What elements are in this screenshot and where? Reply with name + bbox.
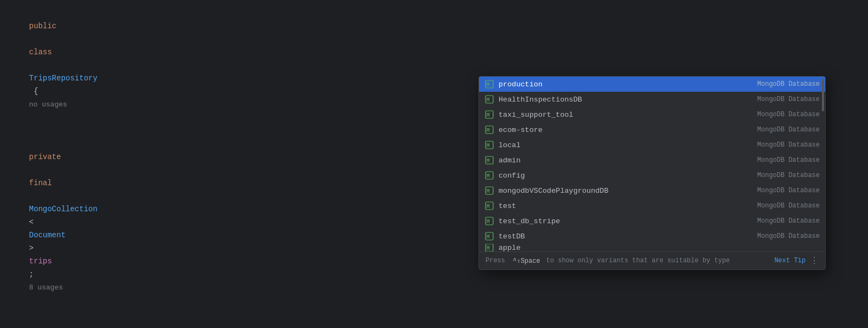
mongo-db-icon-2: M — [484, 110, 494, 119]
svg-text:M: M — [487, 128, 490, 133]
svg-text:M: M — [487, 97, 490, 103]
autocomplete-item-local[interactable]: M local MongoDB Database — [479, 137, 825, 153]
svg-text:M: M — [487, 173, 490, 179]
mongo-db-icon-10: M — [484, 231, 494, 241]
mongo-db-icon-0: M — [484, 79, 494, 89]
autocomplete-item-name-10: testDB — [499, 232, 749, 241]
autocomplete-scrollbar[interactable] — [822, 79, 824, 274]
autocomplete-item-type-7: MongoDB Database — [757, 187, 820, 194]
autocomplete-item-testdb[interactable]: M testDB MongoDB Database — [479, 229, 825, 244]
autocomplete-item-name-0: production — [499, 80, 749, 89]
token-usages-1: no usages — [29, 100, 67, 109]
autocomplete-item-type-4: MongoDB Database — [757, 141, 820, 149]
autocomplete-item-name-7: mongodbVSCodePlaygroundDB — [499, 187, 749, 195]
autocomplete-item-mongodbvscodeplaygrounddb[interactable]: M mongodbVSCodePlaygroundDB MongoDB Data… — [479, 183, 825, 198]
autocomplete-item-name-4: local — [499, 141, 749, 149]
mongo-db-icon-8: M — [484, 201, 494, 211]
mongo-db-icon-5: M — [484, 155, 494, 165]
autocomplete-item-healthinspectionsdb[interactable]: M HealthInspectionsDB MongoDB Database — [479, 92, 825, 107]
autocomplete-item-test[interactable]: M test MongoDB Database — [479, 198, 825, 213]
autocomplete-item-name-2: taxi_support_tool — [499, 111, 749, 119]
autocomplete-item-name-3: ecom-store — [499, 126, 749, 134]
mongo-db-icon-6: M — [484, 171, 494, 180]
autocomplete-item-type-3: MongoDB Database — [757, 126, 820, 134]
svg-text:M: M — [487, 234, 490, 239]
autocomplete-item-admin[interactable]: M admin MongoDB Database — [479, 153, 825, 168]
svg-text:M: M — [487, 219, 490, 224]
svg-text:M: M — [487, 82, 490, 87]
svg-text:M: M — [487, 188, 490, 194]
scrollbar-thumb[interactable] — [822, 79, 824, 111]
svg-text:M: M — [487, 245, 490, 251]
autocomplete-item-name-6: config — [499, 172, 749, 180]
mongo-db-icon-4: M — [484, 140, 494, 150]
token-class: class — [29, 48, 52, 56]
mongo-db-icon-9: M — [484, 216, 494, 226]
autocomplete-item-type-5: MongoDB Database — [757, 156, 820, 164]
autocomplete-item-type-2: MongoDB Database — [757, 111, 820, 118]
autocomplete-item-config[interactable]: M config MongoDB Database — [479, 168, 825, 183]
autocomplete-item-name-1: HealthInspectionsDB — [499, 96, 749, 104]
autocomplete-item-ecomstore[interactable]: M ecom-store MongoDB Database — [479, 122, 825, 137]
code-line-3 — [0, 307, 868, 320]
mongo-db-icon-1: M — [484, 94, 494, 104]
autocomplete-item-testdbstripe[interactable]: M test_db_stripe MongoDB Database — [479, 213, 825, 229]
mongo-db-icon-7: M — [484, 186, 494, 195]
svg-text:M: M — [487, 204, 490, 209]
more-options-icon[interactable]: ⋮ — [810, 255, 819, 266]
press-text: Press — [486, 257, 505, 264]
autocomplete-item-name-11: apple — [499, 244, 820, 251]
autocomplete-dropdown[interactable]: M production MongoDB Database M HealthIn… — [478, 76, 826, 270]
autocomplete-item-type-8: MongoDB Database — [757, 202, 820, 210]
footer-hint-text: Press ^⇧Space to show only variants that… — [486, 257, 730, 265]
autocomplete-item-apple[interactable]: M apple — [479, 244, 825, 251]
autocomplete-item-type-9: MongoDB Database — [757, 217, 820, 225]
autocomplete-item-type-1: MongoDB Database — [757, 96, 820, 103]
autocomplete-item-type-0: MongoDB Database — [757, 80, 820, 88]
next-tip-link[interactable]: Next Tip — [774, 257, 806, 264]
mongo-db-icon-3: M — [484, 125, 494, 135]
autocomplete-item-name-9: test_db_stripe — [499, 217, 749, 225]
autocomplete-item-type-10: MongoDB Database — [757, 232, 820, 240]
svg-text:M: M — [487, 112, 490, 118]
token-public: public — [29, 22, 56, 30]
autocomplete-list: M production MongoDB Database M HealthIn… — [479, 77, 825, 251]
autocomplete-item-taxisupporttool[interactable]: M taxi_support_tool MongoDB Database — [479, 107, 825, 122]
code-line-4: public TripsRepository ( MongoClient cli… — [0, 320, 868, 328]
suffix-text: to show only variants that are suitable … — [546, 257, 730, 264]
svg-text:M: M — [487, 143, 490, 148]
shortcut-text: ^⇧Space — [509, 257, 544, 265]
autocomplete-footer: Press ^⇧Space to show only variants that… — [479, 251, 825, 269]
autocomplete-item-production[interactable]: M production MongoDB Database — [479, 77, 825, 92]
token-classname: TripsRepository — [29, 74, 98, 83]
autocomplete-item-type-6: MongoDB Database — [757, 172, 820, 179]
svg-text:M: M — [487, 158, 490, 163]
mongo-db-icon-11: M — [484, 244, 494, 251]
autocomplete-item-name-8: test — [499, 202, 749, 210]
autocomplete-item-name-5: admin — [499, 156, 749, 165]
